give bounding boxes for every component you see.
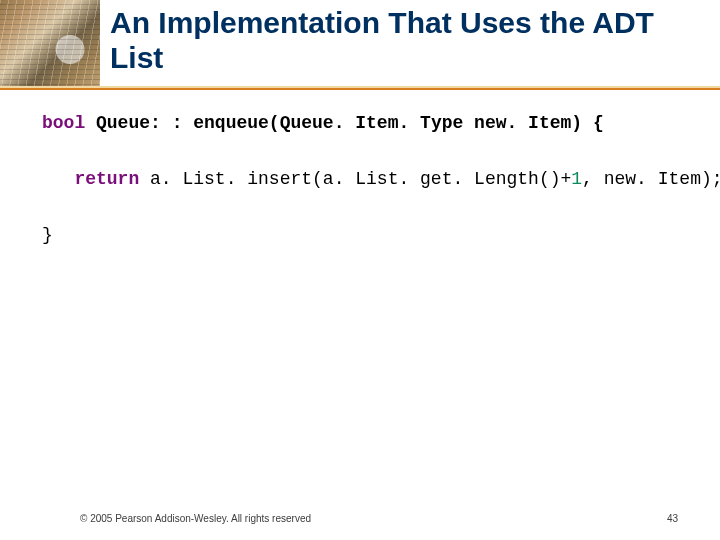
keyword-return: return [74,169,139,189]
return-expr-after: , new. Item); [582,169,720,189]
page-number: 43 [667,513,678,524]
brace-close: } [42,225,53,245]
code-snippet: bool Queue: : enqueue(Queue. Item. Type … [42,110,700,249]
literal-one: 1 [571,169,582,189]
header-decorative-photo [0,0,100,90]
keyword-bool: bool [42,113,85,133]
title-underline [0,86,720,90]
signature: Queue: : enqueue(Queue. Item. Type new. … [85,113,603,133]
page-title: An Implementation That Uses the ADT List [110,6,700,75]
title-block: An Implementation That Uses the ADT List [110,6,700,75]
return-expr-before: a. List. insert(a. List. get. Length()+ [139,169,571,189]
footer: © 2005 Pearson Addison-Wesley. All right… [0,513,720,524]
copyright-text: © 2005 Pearson Addison-Wesley. All right… [80,513,311,524]
